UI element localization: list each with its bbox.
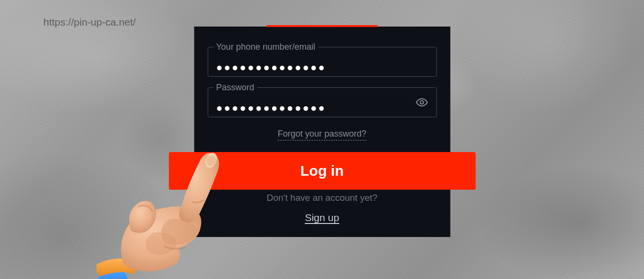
- username-label: Your phone number/email: [213, 42, 318, 52]
- page-url-overlay: https://pin-up-ca.net/: [43, 16, 136, 28]
- forgot-password-link[interactable]: Forgot your password?: [277, 129, 366, 140]
- toggle-password-visibility[interactable]: [413, 94, 430, 111]
- tab-indicator: [267, 25, 378, 27]
- password-label: Password: [213, 83, 257, 93]
- no-account-text: Don't have an account yet?: [207, 193, 437, 203]
- signup-link[interactable]: Sign up: [305, 212, 339, 223]
- password-field-wrap: Password ●●●●●●●●●●●●●●: [207, 87, 437, 117]
- username-field-wrap: Your phone number/email ●●●●●●●●●●●●●●: [207, 47, 437, 77]
- svg-point-0: [420, 101, 424, 104]
- login-modal: Your phone number/email ●●●●●●●●●●●●●● P…: [194, 27, 450, 237]
- login-button[interactable]: Log in: [169, 152, 476, 190]
- eye-icon: [415, 96, 428, 109]
